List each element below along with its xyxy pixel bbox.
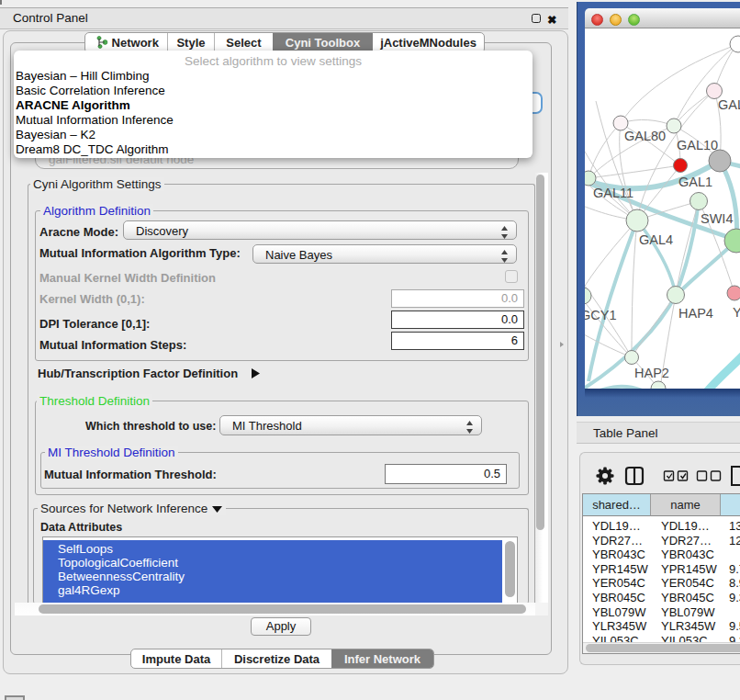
svg-text:GAL11: GAL11 — [593, 186, 633, 200]
svg-text:GAL4: GAL4 — [639, 232, 673, 247]
svg-text:GCY1: GCY1 — [585, 308, 617, 322]
svg-text:HAP2: HAP2 — [634, 366, 669, 380]
svg-text:GAL1: GAL1 — [678, 175, 712, 189]
svg-text:HAP4: HAP4 — [678, 306, 713, 321]
svg-text:GAL80: GAL80 — [624, 129, 666, 143]
svg-text:GAL7: GAL7 — [718, 97, 740, 112]
svg-text:SWI4: SWI4 — [701, 211, 733, 226]
svg-text:GAL10: GAL10 — [677, 138, 718, 152]
svg-text:YD: YD — [733, 305, 740, 320]
